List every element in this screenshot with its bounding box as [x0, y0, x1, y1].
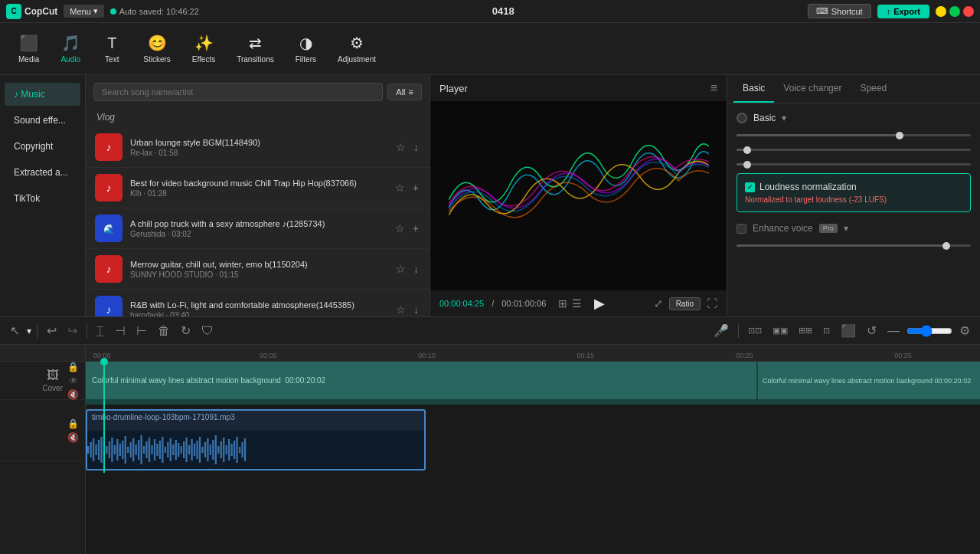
- list-view-button[interactable]: ☰: [572, 297, 582, 310]
- all-filter-button[interactable]: All ≡: [387, 84, 422, 100]
- sidebar-item-music[interactable]: ♪ Music: [5, 83, 80, 106]
- svg-rect-23: [116, 439, 118, 461]
- top-bar-right: ⌨ Shortcut ↑ Export: [808, 4, 974, 18]
- split-button[interactable]: ⌶: [93, 322, 108, 340]
- search-input[interactable]: [93, 83, 383, 101]
- ruler-mark-25: 00:25: [894, 352, 912, 359]
- slider-thumb-4[interactable]: [942, 242, 950, 250]
- maximize-button[interactable]: [949, 6, 960, 17]
- svg-rect-51: [191, 439, 192, 461]
- minimize-button[interactable]: [936, 6, 946, 17]
- settings-button[interactable]: ⚙: [956, 321, 974, 340]
- eye-button[interactable]: 👁: [67, 375, 79, 386]
- tool-effects[interactable]: ✨ Effects: [183, 29, 224, 68]
- grid-view-button[interactable]: ⊞: [558, 297, 567, 310]
- favorite-button[interactable]: ☆: [394, 261, 407, 277]
- download-button[interactable]: ↓: [412, 261, 420, 277]
- favorite-button[interactable]: ☆: [394, 221, 407, 236]
- favorite-button[interactable]: ☆: [394, 302, 407, 316]
- list-item[interactable]: ♪ R&B with Lo-Fi, light and comfortable …: [86, 290, 430, 316]
- download-button[interactable]: ↓: [412, 139, 420, 155]
- add-button[interactable]: +: [411, 180, 420, 195]
- tl-icon-1[interactable]: ⊡⊡: [744, 323, 766, 338]
- microphone-button[interactable]: 🎤: [710, 321, 733, 340]
- enhance-voice-checkbox[interactable]: [737, 224, 746, 234]
- loudness-checkbox[interactable]: ✓: [745, 182, 755, 192]
- right-tabs: Basic Voice changer Speed: [727, 75, 980, 103]
- loop-button[interactable]: ↻: [177, 321, 194, 340]
- tl-icon-5[interactable]: ⬛: [837, 321, 860, 340]
- shortcut-button[interactable]: ⌨ Shortcut: [808, 4, 871, 18]
- sidebar-item-sound-effects[interactable]: Sound effe...: [5, 109, 80, 132]
- slider-track-3[interactable]: [737, 163, 971, 166]
- trim-right-button[interactable]: ⊢: [132, 321, 151, 340]
- slider-thumb-2[interactable]: [743, 146, 751, 154]
- zoom-slider[interactable]: [906, 325, 952, 337]
- tab-basic[interactable]: Basic: [733, 75, 774, 103]
- slider-row-3: [737, 163, 971, 166]
- close-button[interactable]: [963, 6, 974, 17]
- select-tool-button[interactable]: ↖: [6, 321, 24, 340]
- tl-icon-4[interactable]: ⊡: [819, 323, 834, 338]
- export-button[interactable]: ↑ Export: [877, 5, 929, 18]
- tool-text[interactable]: T Text: [93, 30, 131, 68]
- video-track[interactable]: Colorful minimal wavy lines abstract mot…: [86, 362, 980, 400]
- right-panel-content: Basic ▾: [727, 103, 980, 316]
- player-menu-button[interactable]: ≡: [710, 81, 717, 95]
- slider-fill-4: [737, 244, 947, 247]
- list-item[interactable]: ♪ Best for video background music Chill …: [86, 168, 430, 208]
- sidebar-item-extracted[interactable]: Extracted a...: [5, 161, 80, 184]
- list-item[interactable]: ♪ Merrow guitar, chill out, winter, emo …: [86, 249, 430, 290]
- download-button[interactable]: ↓: [412, 302, 420, 316]
- expand-frame-button[interactable]: ⤢: [654, 297, 663, 310]
- basic-toggle-checkbox[interactable]: [737, 113, 747, 123]
- svg-rect-10: [449, 123, 709, 269]
- tool-filters[interactable]: ◑ Filters: [286, 29, 325, 68]
- lock-button[interactable]: 🔒: [67, 362, 79, 372]
- audio-lock-button[interactable]: 🔒: [67, 418, 79, 429]
- undo-button[interactable]: ↩: [43, 321, 60, 340]
- list-item[interactable]: ♪ Urban lounge style BGM(1148490) Re-lax…: [86, 127, 430, 168]
- trim-left-button[interactable]: ⊣: [111, 321, 129, 340]
- shield-button[interactable]: 🛡: [198, 322, 217, 340]
- slider-track-2[interactable]: [737, 149, 971, 151]
- redo-button[interactable]: ↪: [64, 321, 81, 340]
- sidebar-item-tiktok[interactable]: TikTok: [5, 187, 80, 210]
- menu-button[interactable]: Menu ▾: [64, 5, 104, 18]
- fullscreen-button[interactable]: ⛶: [707, 297, 717, 310]
- tool-adjustment[interactable]: ⚙ Adjustment: [328, 29, 385, 68]
- list-item[interactable]: 🌊 A chill pop truck with a sexy atmosphe…: [86, 208, 430, 249]
- tool-media[interactable]: ⬛ Media: [9, 29, 48, 68]
- svg-rect-52: [194, 444, 195, 456]
- song-info: Urban lounge style BGM(1148490) Re-lax ·…: [130, 138, 387, 157]
- ruler-spacer: [0, 345, 85, 362]
- svg-rect-22: [114, 445, 116, 454]
- slider-thumb-3[interactable]: [743, 161, 751, 169]
- music-search-bar: All ≡: [86, 75, 430, 109]
- tool-stickers[interactable]: 😊 Stickers: [134, 29, 180, 68]
- delete-button[interactable]: 🗑: [154, 322, 174, 340]
- sidebar-item-copyright[interactable]: Copyright: [5, 135, 80, 158]
- audio-mute-button[interactable]: 🔇: [67, 432, 79, 443]
- tab-voice-changer[interactable]: Voice changer: [774, 75, 851, 103]
- tab-speed[interactable]: Speed: [851, 75, 896, 103]
- basic-section-title: Basic: [753, 113, 776, 123]
- tl-icon-2[interactable]: ▣▣: [769, 323, 792, 338]
- slider-track-4[interactable]: [737, 244, 971, 247]
- play-button[interactable]: ▶: [594, 295, 605, 312]
- tool-audio[interactable]: 🎵 Audio: [51, 29, 90, 68]
- tl-icon-7[interactable]: —: [884, 322, 903, 340]
- tl-icon-6[interactable]: ↺: [863, 321, 880, 340]
- add-button[interactable]: +: [411, 221, 420, 236]
- cover-button[interactable]: 🖼 Cover: [42, 369, 63, 392]
- favorite-button[interactable]: ☆: [394, 139, 407, 155]
- mute-button[interactable]: 🔇: [67, 389, 79, 400]
- ratio-button[interactable]: Ratio: [669, 297, 701, 310]
- slider-track[interactable]: [737, 134, 971, 136]
- tool-transitions[interactable]: ⇄ Transitions: [227, 29, 283, 68]
- audio-track[interactable]: timbo-drumline-loop-103bpm-171091.mp3: [86, 409, 426, 470]
- tl-icon-3[interactable]: ⊞⊞: [795, 323, 816, 338]
- slider-thumb[interactable]: [896, 132, 903, 139]
- enhance-voice-label: Enhance voice: [753, 223, 813, 234]
- favorite-button[interactable]: ☆: [394, 180, 407, 195]
